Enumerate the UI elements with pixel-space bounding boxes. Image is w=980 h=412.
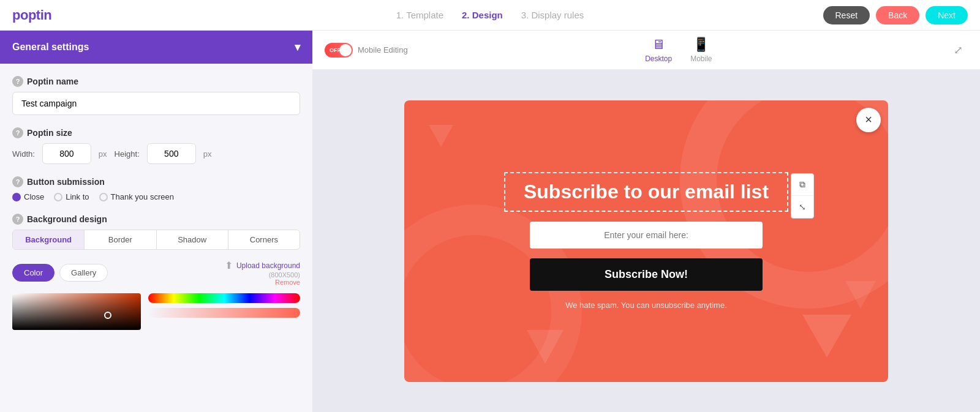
bg-tab-shadow[interactable]: Shadow bbox=[157, 230, 228, 249]
radio-link[interactable]: Link to bbox=[54, 192, 89, 201]
device-tab-desktop[interactable]: 🖥 Desktop bbox=[645, 37, 672, 63]
mobile-editing-label: Mobile Editing bbox=[358, 45, 408, 54]
width-px: px bbox=[99, 149, 107, 159]
main-layout: General settings ▾ ? Poptin name ? Popti… bbox=[0, 31, 980, 412]
radio-close[interactable]: Close bbox=[12, 192, 44, 201]
triangle-2 bbox=[845, 281, 876, 309]
bg-tab-background[interactable]: Background bbox=[13, 230, 85, 249]
bg-design-group: ? Background design Background Border Sh… bbox=[12, 214, 300, 330]
copy-icon[interactable]: ⧉ bbox=[791, 174, 813, 196]
popup-background: Subscribe to our email list ⧉ ⤡ Subscrib… bbox=[404, 100, 888, 382]
step-1[interactable]: 1. Template bbox=[396, 10, 443, 20]
popup-wrapper: × Subscribe to our email list bbox=[404, 100, 888, 382]
color-gallery-row: Color Gallery ⬆ Upload background (800X5… bbox=[12, 260, 300, 286]
color-picker-area bbox=[12, 293, 300, 330]
bg-design-label: ? Background design bbox=[12, 214, 300, 225]
popup-spam-text: We hate spam. You can unsubscribe anytim… bbox=[565, 301, 727, 310]
upload-icon: ⬆ bbox=[225, 260, 233, 271]
color-spectrum-col bbox=[148, 293, 300, 330]
poptin-name-label: ? Poptin name bbox=[12, 76, 300, 87]
bg-tab-border[interactable]: Border bbox=[85, 230, 156, 249]
poptin-name-input[interactable] bbox=[12, 92, 300, 115]
toggle-off-label: OFF bbox=[330, 47, 341, 53]
upload-link[interactable]: Upload background bbox=[236, 261, 300, 270]
height-label: Height: bbox=[115, 149, 140, 159]
toggle-group: Color Gallery bbox=[12, 264, 108, 282]
triangle-4 bbox=[429, 125, 453, 147]
panel-header: General settings ▾ bbox=[0, 31, 312, 64]
upload-size: (800X500) bbox=[269, 271, 300, 279]
hue-bar[interactable] bbox=[148, 293, 300, 303]
gallery-toggle[interactable]: Gallery bbox=[59, 264, 108, 282]
poptin-name-group: ? Poptin name bbox=[12, 76, 300, 115]
device-tabs: 🖥 Desktop 📱 Mobile bbox=[645, 37, 712, 63]
help-icon-submit[interactable]: ? bbox=[12, 176, 23, 187]
poptin-size-label: ? Poptin size bbox=[12, 127, 300, 138]
help-icon-name[interactable]: ? bbox=[12, 76, 23, 87]
color-gradient[interactable] bbox=[12, 293, 141, 330]
logo: poptin bbox=[12, 7, 51, 23]
panel-content: ? Poptin name ? Poptin size Width: px He… bbox=[0, 64, 312, 354]
panel-header-label: General settings bbox=[12, 42, 89, 53]
top-nav: poptin 1. Template 2. Design 3. Display … bbox=[0, 0, 980, 31]
desktop-icon: 🖥 bbox=[652, 37, 665, 53]
radio-group: Close Link to Thank you screen bbox=[12, 192, 300, 201]
radio-empty-thankyou bbox=[99, 193, 108, 201]
popup-email-input[interactable] bbox=[530, 222, 763, 249]
nav-actions: Reset Back Next bbox=[823, 6, 968, 24]
upload-area: ⬆ Upload background (800X500) Remove bbox=[225, 260, 300, 286]
panel-collapse-icon[interactable]: ▾ bbox=[295, 40, 300, 54]
button-submission-label: ? Button submission bbox=[12, 176, 300, 187]
step-2[interactable]: 2. Design bbox=[462, 10, 503, 20]
preview-toolbar: OFF Mobile Editing 🖥 Desktop 📱 Mobile ⤢ bbox=[312, 31, 980, 70]
popup-close-button[interactable]: × bbox=[856, 108, 881, 132]
steps: 1. Template 2. Design 3. Display rules bbox=[396, 10, 584, 20]
preview-area: × Subscribe to our email list bbox=[312, 70, 980, 412]
next-button[interactable]: Next bbox=[925, 6, 968, 24]
mobile-editing-toggle[interactable]: OFF bbox=[325, 43, 353, 58]
radio-thankyou[interactable]: Thank you screen bbox=[99, 192, 174, 201]
device-tab-mobile[interactable]: 📱 Mobile bbox=[690, 37, 712, 63]
opacity-bar[interactable] bbox=[148, 308, 300, 318]
mobile-editing: OFF Mobile Editing bbox=[325, 43, 408, 58]
triangle-1 bbox=[802, 315, 851, 358]
height-px: px bbox=[203, 149, 212, 159]
edit-icons: ⧉ ⤡ bbox=[791, 173, 814, 219]
bg-tabs: Background Border Shadow Corners bbox=[12, 230, 300, 250]
help-icon-size[interactable]: ? bbox=[12, 127, 23, 138]
expand-button[interactable]: ⤢ bbox=[949, 41, 968, 59]
mobile-icon: 📱 bbox=[693, 37, 709, 53]
triangle-3 bbox=[527, 330, 564, 364]
popup-title: Subscribe to our email list bbox=[524, 181, 769, 203]
radio-dot-close bbox=[12, 193, 21, 201]
poptin-size-group: ? Poptin size Width: px Height: px bbox=[12, 127, 300, 164]
width-label: Width: bbox=[12, 149, 35, 159]
bg-tab-corners[interactable]: Corners bbox=[228, 230, 300, 249]
remove-link[interactable]: Remove bbox=[275, 279, 300, 286]
resize-icon[interactable]: ⤡ bbox=[791, 196, 813, 218]
reset-button[interactable]: Reset bbox=[823, 6, 870, 24]
step-3[interactable]: 3. Display rules bbox=[521, 10, 584, 20]
button-submission-group: ? Button submission Close Link to Thank … bbox=[12, 176, 300, 201]
right-area: OFF Mobile Editing 🖥 Desktop 📱 Mobile ⤢ bbox=[312, 31, 980, 412]
color-toggle[interactable]: Color bbox=[12, 264, 55, 282]
popup-title-box[interactable]: Subscribe to our email list ⧉ ⤡ bbox=[504, 172, 788, 212]
height-input[interactable] bbox=[147, 143, 196, 164]
color-gradient-dot[interactable] bbox=[104, 312, 111, 319]
size-row: Width: px Height: px bbox=[12, 143, 300, 164]
popup-subscribe-button[interactable]: Subscribe Now! bbox=[530, 258, 763, 291]
radio-empty-link bbox=[54, 193, 62, 201]
back-button[interactable]: Back bbox=[876, 6, 919, 24]
left-panel: General settings ▾ ? Poptin name ? Popti… bbox=[0, 31, 312, 412]
width-input[interactable] bbox=[42, 143, 91, 164]
help-icon-bg[interactable]: ? bbox=[12, 214, 23, 225]
